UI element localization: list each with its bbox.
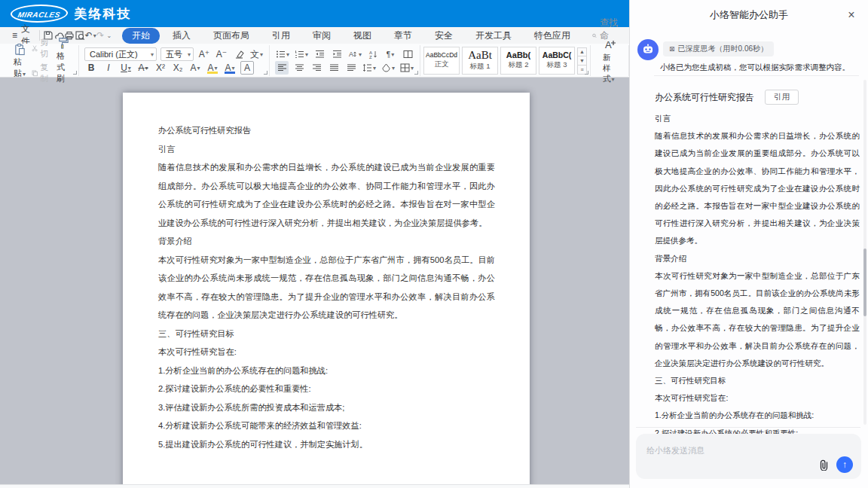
align-center-button[interactable] (292, 61, 306, 75)
redo-button[interactable]: ↷ (96, 28, 105, 43)
miracles-logo: MIRACLES (8, 5, 69, 23)
bullet-list-button[interactable]: ▾ (275, 47, 290, 61)
character-shading-button[interactable]: A (240, 61, 254, 75)
show-paragraph-marks-button[interactable]: ¶▾ (384, 47, 397, 61)
ribbon-tab[interactable]: 安全 (425, 28, 463, 44)
paste-button[interactable]: 粘贴▾ (10, 43, 30, 79)
draft-section: 随着信息技术的发展和办公需求的日益增长，办公系统的建设已成为当前企业发展的重要组… (655, 127, 860, 249)
superscript-button[interactable]: X² (154, 61, 167, 75)
group-launcher[interactable] (585, 71, 588, 75)
assistant-message-text: 小络已为您生成初稿，您可以根据实际需求调整内容。 (660, 63, 850, 73)
align-right-button[interactable] (310, 61, 323, 75)
chevron-down-icon: ⌄ (107, 32, 112, 39)
document-text-line: 背景介绍 (158, 232, 495, 251)
text-effects-button[interactable]: A▾ (188, 61, 202, 75)
align-center-icon (295, 63, 304, 72)
ribbon-tab[interactable]: 开始 (122, 28, 160, 44)
style-card[interactable]: AaBbCcDd 正文 (423, 47, 460, 75)
style-card[interactable]: AaBb( 标题 2 (500, 47, 536, 75)
decrease-indent-button[interactable] (313, 47, 326, 61)
bullet-list-icon (276, 50, 286, 59)
attach-file-button[interactable] (816, 457, 831, 472)
send-arrow-icon: ↑ (842, 459, 847, 470)
draft-section: 本次可行性研究旨在: (655, 389, 860, 407)
document-page[interactable]: 办公系统可行性研究报告引言随着信息技术的发展和办公需求的日益增长，办公系统的建设… (123, 93, 530, 488)
justify-button[interactable] (327, 61, 341, 75)
draft-section: 本次可行性研究对象为一家中型制造企业，总部位于广东省广州市，拥有500名员工。目… (655, 267, 860, 372)
character-scale-button[interactable]: A▾ (347, 47, 362, 61)
char-scale-icon: A (348, 50, 358, 59)
numbered-list-button[interactable]: ▾ (294, 47, 309, 61)
shading-button[interactable]: ▾ (381, 61, 396, 75)
bold-button[interactable]: B (84, 61, 98, 75)
group-launcher[interactable] (73, 71, 77, 75)
cjk-text-tool-button[interactable]: 文▾ (249, 47, 264, 61)
paragraph-group: ▾ ▾ A▾ AZ ¶▾ ▾ ▾ ▾ (270, 45, 420, 76)
draft-section: 背景介绍 (655, 250, 860, 267)
ribbon-tab[interactable]: 章节 (384, 28, 422, 44)
font-size-select[interactable]: 五号▾ (160, 47, 194, 61)
style-card[interactable]: AaBt 标题 1 (462, 47, 498, 75)
send-button[interactable]: ↑ (836, 456, 853, 473)
sort-button[interactable]: AZ (366, 47, 380, 61)
document-text-line: 本次可行性研究对象为一家中型制造企业，总部位于广东省广州市，拥有500名员工。目… (158, 251, 495, 325)
assistant-header: 小络智能办公助手 × (630, 0, 868, 30)
document-area: 办公系统可行性研究报告引言随着信息技术的发展和办公需求的日益增长，办公系统的建设… (0, 78, 629, 488)
increase-font-button[interactable]: A⁺ (197, 47, 211, 61)
group-launcher[interactable] (264, 71, 267, 75)
chat-input-placeholder: 给小络发送消息 (646, 446, 704, 455)
font-family-select[interactable]: Calibri (正文)▾ (84, 47, 157, 61)
assistant-title: 小络智能办公助手 (710, 8, 788, 22)
italic-button[interactable]: I (102, 61, 115, 75)
quote-button[interactable]: 引用 (765, 90, 799, 105)
styles-down-icon[interactable]: ▼ (577, 56, 587, 66)
document-text-line: 三、可行性研究目标 (158, 325, 495, 343)
decrease-font-button[interactable]: A⁻ (215, 47, 228, 61)
font-color-button[interactable]: A▾ (223, 61, 237, 75)
cut-button[interactable]: 剪切 (32, 37, 51, 59)
ribbon-tab[interactable]: 插入 (163, 28, 200, 44)
draft-section: 三、可行性研究目标 (655, 372, 860, 389)
line-spacing-icon (362, 63, 372, 72)
columns-button[interactable] (401, 47, 414, 61)
ribbon-tab[interactable]: 开发工具 (466, 28, 521, 44)
customize-toolbar-button[interactable]: ⌄ (105, 28, 113, 43)
distribute-button[interactable] (344, 61, 358, 75)
numbered-list-icon (295, 50, 304, 59)
assistant-sidebar: 小络智能办公助手 × ⊠ 已深度思考（用时0.06秒） 小络已为您生成初稿，您可… (629, 0, 868, 488)
chat-input[interactable]: 给小络发送消息 ↑ (636, 434, 861, 479)
ribbon-tab[interactable]: 特色应用 (524, 28, 580, 44)
new-style-icon: A (603, 38, 616, 51)
document-text-line: 4.分析建设新办公系统可能带来的经济效益和管理效益: (158, 416, 495, 435)
style-card[interactable]: AaBbC( 标题 3 (539, 47, 575, 75)
underline-button[interactable]: U▾ (119, 61, 133, 75)
editor-pane: MIRACLES 美络科技 ≡ 文件 ↶▾ (0, 0, 629, 488)
borders-icon (400, 63, 410, 72)
borders-button[interactable]: ▾ (399, 61, 414, 75)
strikethrough-button[interactable]: A▾ (136, 61, 150, 75)
undo-button[interactable]: ↶▾ (85, 28, 96, 43)
app-window: MIRACLES 美络科技 ≡ 文件 ↶▾ (0, 0, 868, 488)
line-spacing-button[interactable]: ▾ (362, 61, 377, 75)
sidebar-scrollbar-thumb[interactable] (863, 249, 866, 316)
copy-icon (32, 69, 38, 78)
close-sidebar-button[interactable]: × (844, 8, 859, 23)
ribbon: 粘贴▾ 剪切 复制 格式刷 (0, 44, 629, 78)
ribbon-tab[interactable]: 页面布局 (203, 28, 259, 44)
hamburger-icon: ≡ (12, 30, 17, 41)
svg-text:Z: Z (369, 55, 372, 59)
horizontal-scrollbar[interactable] (0, 484, 629, 488)
increase-indent-button[interactable] (330, 47, 344, 61)
align-left-button[interactable] (275, 61, 289, 75)
styles-up-icon[interactable]: ▲ (577, 47, 587, 56)
ribbon-tab[interactable]: 视图 (344, 28, 381, 44)
highlight-color-button[interactable]: A▾ (206, 61, 219, 75)
group-launcher[interactable] (414, 71, 418, 75)
divider (654, 75, 859, 76)
print-preview-button[interactable] (75, 28, 85, 43)
ribbon-tab[interactable]: 审阅 (303, 28, 341, 44)
subscript-button[interactable]: X₂ (171, 61, 185, 75)
ribbon-tab[interactable]: 引用 (262, 28, 300, 44)
close-icon: × (848, 8, 854, 22)
clear-format-button[interactable] (232, 47, 246, 61)
